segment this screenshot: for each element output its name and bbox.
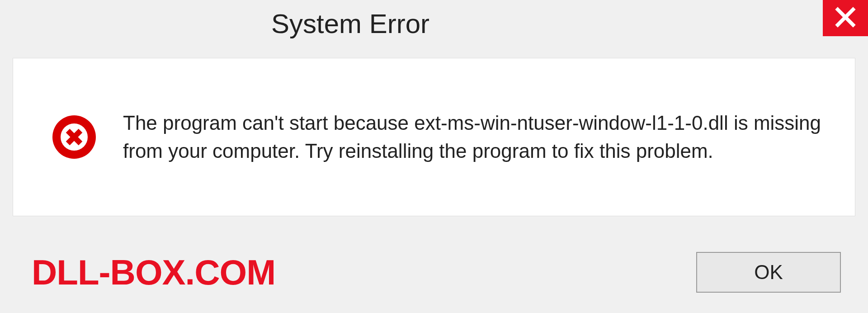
error-icon <box>52 114 97 160</box>
close-button[interactable] <box>823 0 868 36</box>
footer: DLL-BOX.COM OK <box>0 232 868 313</box>
title-bar: System Error <box>0 0 868 50</box>
ok-button-label: OK <box>754 261 783 284</box>
content-panel: The program can't start because ext-ms-w… <box>13 58 855 216</box>
close-icon <box>835 7 856 29</box>
watermark-text: DLL-BOX.COM <box>32 252 275 293</box>
error-message: The program can't start because ext-ms-w… <box>123 109 828 165</box>
dialog-title: System Error <box>271 8 429 39</box>
ok-button[interactable]: OK <box>696 252 841 293</box>
